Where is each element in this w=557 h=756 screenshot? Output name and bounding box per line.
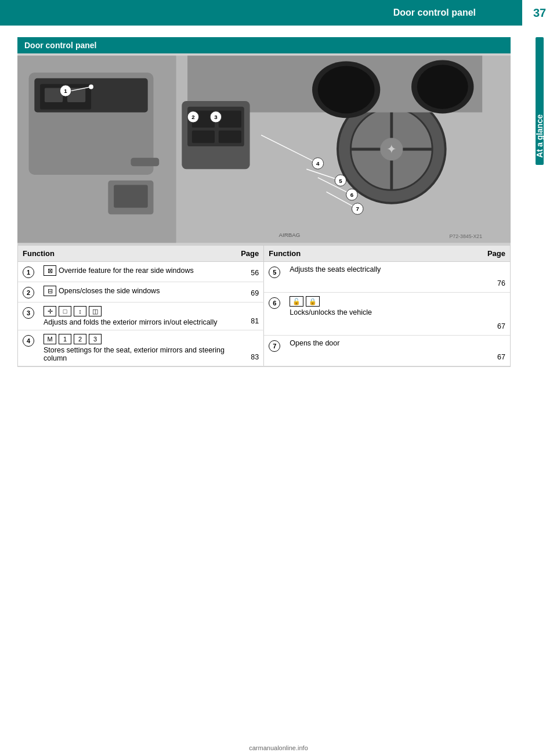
row-num: 2 bbox=[18, 282, 39, 303]
row-page-5: 76 bbox=[481, 262, 510, 293]
circle-7: 7 bbox=[269, 340, 280, 352]
icon-row-2: ⊟ Opens/closes the side windows bbox=[44, 286, 230, 296]
row-content-3: ✛ □ ↕ ◫ Adjusts and folds the exterior m… bbox=[39, 303, 235, 330]
svg-rect-7 bbox=[131, 158, 159, 167]
icon-row-6: 🔓 🔒 bbox=[290, 296, 476, 307]
left-table-function-header: Function bbox=[18, 246, 235, 262]
circle-2: 2 bbox=[23, 287, 34, 298]
tables-container: Function Page 1 ⊠ Override feature for t… bbox=[17, 245, 511, 367]
svg-text:5: 5 bbox=[339, 178, 342, 184]
svg-point-32 bbox=[89, 85, 93, 89]
sidebar-label: At a glance bbox=[535, 114, 544, 158]
svg-rect-28 bbox=[114, 185, 148, 208]
unlock-icon: 🔓 bbox=[290, 296, 303, 307]
lock-icon: 🔒 bbox=[306, 296, 320, 307]
row-page-4: 83 bbox=[235, 330, 264, 366]
row-page-2: 69 bbox=[235, 282, 264, 303]
table-row: 5 Adjusts the seats electrically 76 bbox=[264, 262, 510, 293]
row-num: 7 bbox=[264, 335, 285, 366]
row-content-1: ⊠ Override feature for the rear side win… bbox=[39, 262, 235, 282]
row-content-5: Adjusts the seats electrically bbox=[285, 262, 481, 293]
section-header: Door control panel bbox=[17, 37, 511, 53]
row-page-7: 67 bbox=[481, 335, 510, 366]
mirror-icon-3: ↕ bbox=[74, 306, 86, 316]
svg-text:7: 7 bbox=[356, 206, 359, 212]
row-content-2: ⊟ Opens/closes the side windows bbox=[39, 282, 235, 303]
svg-text:6: 6 bbox=[350, 192, 354, 198]
right-table-page-header: Page bbox=[481, 246, 510, 262]
svg-text:2: 2 bbox=[191, 114, 195, 120]
left-table: Function Page 1 ⊠ Override feature for t… bbox=[18, 246, 264, 366]
circle-6: 6 bbox=[269, 297, 280, 309]
icon-row-1: ⊠ Override feature for the rear side win… bbox=[44, 265, 230, 276]
row-content-7: Opens the door bbox=[285, 335, 481, 366]
memory-m-icon: M bbox=[44, 334, 56, 344]
page-number: 37 bbox=[522, 0, 557, 26]
svg-text:AIRBAG: AIRBAG bbox=[279, 232, 301, 238]
top-header: Door control panel 37 bbox=[0, 0, 557, 26]
mirror-icon-1: ✛ bbox=[44, 306, 56, 316]
row-text-2: Opens/closes the side windows bbox=[59, 287, 160, 295]
table-row: 2 ⊟ Opens/closes the side windows 69 bbox=[18, 282, 264, 303]
right-table: Function Page 5 Adjusts the seats electr… bbox=[264, 246, 510, 366]
row-num: 1 bbox=[18, 262, 39, 282]
svg-text:P72-3845-X21: P72-3845-X21 bbox=[450, 233, 483, 239]
car-diagram-svg: ✦ bbox=[17, 53, 511, 245]
row-num: 5 bbox=[264, 262, 285, 293]
car-diagram-area: ✦ bbox=[17, 53, 511, 245]
website-text: carmanualonline.info bbox=[249, 744, 308, 751]
row-text-3: Adjusts and folds the exterior mirrors i… bbox=[44, 318, 230, 326]
svg-point-20 bbox=[417, 64, 468, 109]
row-num: 6 bbox=[264, 293, 285, 335]
right-table-function-header: Function bbox=[264, 246, 481, 262]
table-row: 1 ⊠ Override feature for the rear side w… bbox=[18, 262, 264, 282]
window-override-icon: ⊠ bbox=[44, 265, 56, 276]
mirror-icon-4: ◫ bbox=[89, 306, 102, 316]
svg-rect-24 bbox=[219, 111, 241, 128]
svg-text:3: 3 bbox=[214, 114, 218, 120]
circle-1: 1 bbox=[23, 267, 34, 278]
left-table-page-header: Page bbox=[235, 246, 264, 262]
svg-text:4: 4 bbox=[316, 160, 320, 167]
row-num: 3 bbox=[18, 303, 39, 330]
row-text-1: Override feature for the rear side windo… bbox=[59, 267, 194, 275]
main-content: Door control panel ✦ bbox=[0, 26, 522, 379]
memory-2-icon: 2 bbox=[74, 334, 86, 344]
svg-point-18 bbox=[318, 66, 375, 113]
svg-rect-26 bbox=[219, 131, 241, 143]
row-content-4: M 1 2 3 Stores settings for the seat, ex… bbox=[39, 330, 235, 366]
mirror-icon-2: □ bbox=[59, 306, 71, 316]
row-text-4: Stores settings for the seat, exterior m… bbox=[44, 346, 230, 362]
svg-rect-25 bbox=[192, 131, 215, 143]
row-page-3: 81 bbox=[235, 303, 264, 330]
svg-text:1: 1 bbox=[64, 88, 67, 94]
bottom-bar: carmanualonline.info bbox=[0, 744, 557, 751]
row-text-6: Locks/unlocks the vehicle bbox=[290, 308, 476, 316]
icon-row-4: M 1 2 3 bbox=[44, 334, 230, 344]
circle-5: 5 bbox=[269, 267, 280, 278]
row-num: 4 bbox=[18, 330, 39, 366]
svg-text:✦: ✦ bbox=[386, 142, 397, 156]
memory-1-icon: 1 bbox=[59, 334, 71, 344]
header-title: Door control panel bbox=[0, 8, 522, 18]
sidebar-text-wrapper: At a glance bbox=[522, 72, 557, 200]
table-row: 4 M 1 2 3 Stores settings for the seat, … bbox=[18, 330, 264, 366]
table-row: 6 🔓 🔒 Locks/unlocks the vehicle 67 bbox=[264, 293, 510, 335]
row-page-1: 56 bbox=[235, 262, 264, 282]
circle-3: 3 bbox=[23, 307, 34, 319]
row-page-6: 67 bbox=[481, 293, 510, 335]
memory-3-icon: 3 bbox=[89, 334, 102, 344]
window-open-icon: ⊟ bbox=[44, 286, 56, 296]
icon-row-3: ✛ □ ↕ ◫ bbox=[44, 306, 230, 316]
row-content-6: 🔓 🔒 Locks/unlocks the vehicle bbox=[285, 293, 481, 335]
table-row: 7 Opens the door 67 bbox=[264, 335, 510, 366]
table-row: 3 ✛ □ ↕ ◫ Adjusts and folds the exterior… bbox=[18, 303, 264, 330]
right-sidebar: At a glance bbox=[522, 26, 557, 756]
circle-4: 4 bbox=[23, 335, 34, 347]
